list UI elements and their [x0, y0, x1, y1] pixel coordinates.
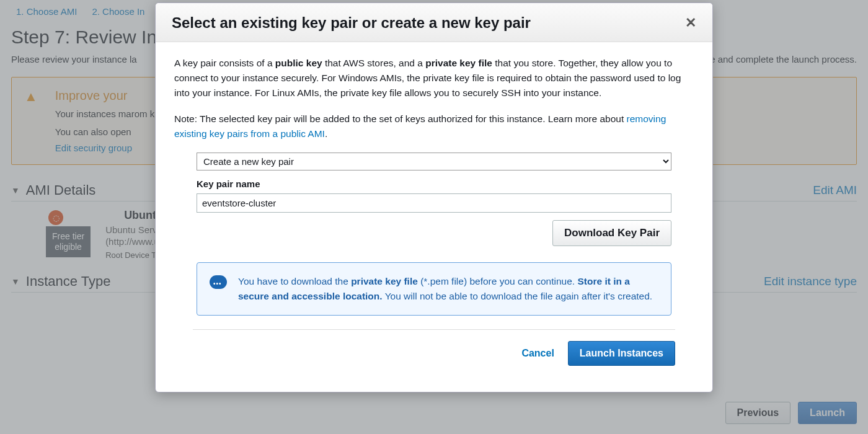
modal-footer: Cancel Launch Instances — [193, 329, 675, 379]
key-pair-modal: Select an existing key pair or create a … — [155, 2, 713, 392]
key-pair-explainer: A key pair consists of a public key that… — [174, 56, 694, 100]
modal-title: Select an existing key pair or create a … — [172, 14, 531, 32]
modal-overlay: Select an existing key pair or create a … — [0, 0, 868, 434]
download-key-pair-button[interactable]: Download Key Pair — [552, 220, 671, 246]
download-info-callout: ••• You have to download the private key… — [197, 262, 671, 316]
key-pair-name-label: Key pair name — [197, 177, 671, 191]
close-icon[interactable]: ✕ — [685, 15, 696, 31]
speech-bubble-icon: ••• — [210, 275, 227, 289]
modal-body: A key pair consists of a public key that… — [156, 42, 712, 392]
key-pair-note: Note: The selected key pair will be adde… — [174, 112, 694, 141]
launch-instances-button[interactable]: Launch Instances — [568, 341, 675, 366]
key-pair-name-input[interactable] — [197, 193, 671, 213]
key-pair-mode-select[interactable]: Create a new key pair — [197, 153, 671, 170]
modal-header: Select an existing key pair or create a … — [156, 3, 712, 42]
cancel-button[interactable]: Cancel — [521, 346, 554, 361]
